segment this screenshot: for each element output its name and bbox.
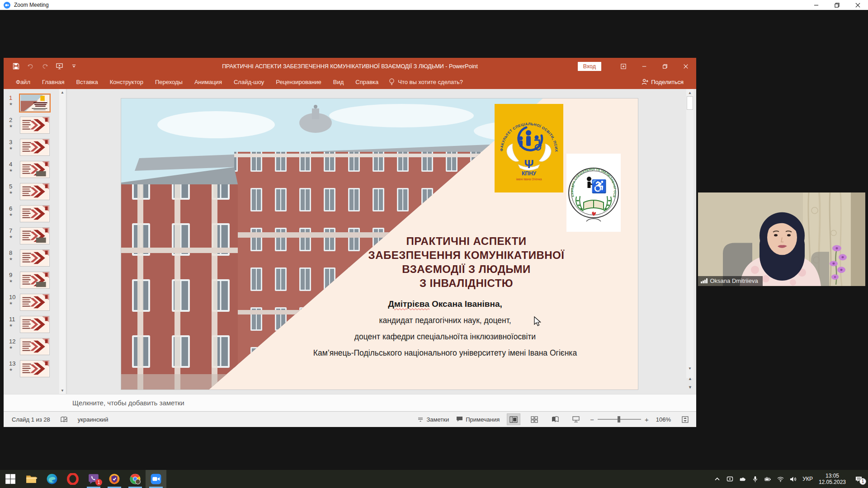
comments-toggle[interactable]: Примечания xyxy=(456,416,500,423)
share-button[interactable]: Поделиться xyxy=(642,79,684,85)
start-button[interactable] xyxy=(0,470,21,488)
microphone-icon[interactable] xyxy=(752,476,759,483)
scroll-down-icon[interactable]: ▼ xyxy=(686,365,693,372)
slide-thumbnail-3[interactable]: 3★ xyxy=(6,139,60,156)
thumbnail-image[interactable] xyxy=(20,249,50,267)
zoom-close-button[interactable] xyxy=(847,0,868,10)
language-indicator[interactable]: украинский xyxy=(78,416,108,423)
viber-icon[interactable]: 1 xyxy=(83,470,104,488)
slide-thumbnail-13[interactable]: 13★ xyxy=(6,360,60,377)
tell-me-box[interactable]: Что вы хотите сделать? xyxy=(389,78,463,86)
ribbon-tab-7[interactable]: Рецензирование xyxy=(270,76,327,88)
customize-qat-icon[interactable] xyxy=(70,62,78,70)
notes-placeholder[interactable]: Щелкните, чтобы добавить заметки xyxy=(72,399,184,407)
thumbnail-image[interactable] xyxy=(20,139,50,156)
normal-view-button[interactable] xyxy=(507,413,520,425)
zoom-minimize-button[interactable] xyxy=(806,0,826,10)
edge-browser-icon[interactable] xyxy=(42,470,62,488)
redo-icon[interactable] xyxy=(41,62,49,70)
slide-thumbnail-10[interactable]: 10★ xyxy=(6,294,60,311)
speaker-icon[interactable] xyxy=(790,476,797,483)
ribbon-tab-1[interactable]: Главная xyxy=(36,76,70,88)
thumbnail-image[interactable] xyxy=(20,117,50,134)
ribbon-tab-3[interactable]: Конструктор xyxy=(104,76,149,88)
slide-title[interactable]: ПРАКТИЧНІ АСПЕКТИ ЗАБЕЗПЕЧЕННЯ КОМУНІКАТ… xyxy=(302,234,631,290)
fit-slide-to-window-button[interactable] xyxy=(678,413,692,425)
thumbnail-image[interactable] xyxy=(20,227,50,244)
thumbnail-image[interactable] xyxy=(20,183,50,200)
ribbon-tab-file[interactable]: Файл xyxy=(10,76,36,88)
scroll-up-icon[interactable]: ▲ xyxy=(686,89,693,96)
thumbnail-image[interactable] xyxy=(20,338,50,355)
slide-thumbnail-12[interactable]: 12★ xyxy=(6,338,60,355)
tray-screenshare-icon[interactable] xyxy=(726,476,733,483)
start-slideshow-icon[interactable] xyxy=(55,62,63,70)
slide-sorter-view-button[interactable] xyxy=(528,413,541,425)
undo-icon[interactable] xyxy=(26,62,34,70)
slide-vertical-scrollbar[interactable]: ▲ ▼ ▲ ▼ xyxy=(686,89,693,394)
thumb-scroll-up-icon[interactable]: ▲ xyxy=(59,89,66,96)
notes-toggle[interactable]: Заметки xyxy=(417,416,449,423)
slideshow-view-button[interactable] xyxy=(569,413,583,425)
zoom-in-icon[interactable]: + xyxy=(645,416,649,423)
clock[interactable]: 13:05 12.05.2023 xyxy=(819,473,846,485)
slide-number: 3 xyxy=(9,139,12,145)
thumbnail-image[interactable] xyxy=(20,360,50,377)
participant-video[interactable]: Oksana Dmitriieva xyxy=(698,192,865,286)
previous-slide-button[interactable]: ▲ xyxy=(686,375,693,382)
wheelchair-icon: ♿ xyxy=(591,179,607,194)
chrome-browser-icon[interactable] xyxy=(125,470,146,488)
zoom-percentage[interactable]: 106% xyxy=(656,416,671,423)
file-explorer-icon[interactable] xyxy=(21,470,42,488)
slide-thumbnail-5[interactable]: 5★ xyxy=(6,183,60,200)
onedrive-icon[interactable] xyxy=(739,476,746,483)
slide-thumbnail-1[interactable]: 1★ xyxy=(6,94,60,112)
ribbon-tab-5[interactable]: Анимация xyxy=(189,76,228,88)
ribbon-tab-8[interactable]: Вид xyxy=(327,76,350,88)
slide-thumbnail-6[interactable]: 6★ xyxy=(6,205,60,222)
scrollbar-thumb[interactable] xyxy=(687,96,693,110)
thumbnail-image[interactable] xyxy=(20,94,50,112)
spellcheck-icon[interactable] xyxy=(60,416,68,423)
ribbon-tab-6[interactable]: Слайд-шоу xyxy=(228,76,270,88)
notes-pane[interactable]: Щелкните, чтобы добавить заметки xyxy=(4,394,696,411)
zoom-app-taskbar-icon[interactable] xyxy=(146,470,166,488)
next-slide-button[interactable]: ▼ xyxy=(686,384,693,391)
battery-icon[interactable] xyxy=(764,476,771,483)
language-switcher[interactable]: УКР xyxy=(802,476,813,482)
slide-thumbnail-4[interactable]: 4★ xyxy=(6,161,60,178)
zoom-slider-thumb[interactable] xyxy=(618,416,620,422)
thumbnail-image[interactable] xyxy=(20,272,50,289)
save-icon[interactable] xyxy=(12,62,20,70)
thumbnail-image[interactable] xyxy=(20,294,50,311)
zoom-out-icon[interactable]: − xyxy=(590,416,594,423)
tray-chevron-icon[interactable] xyxy=(714,476,721,483)
zoom-slider[interactable]: − + xyxy=(590,416,649,423)
opera-browser-icon[interactable] xyxy=(62,470,83,488)
slide-thumbnail-2[interactable]: 2★ xyxy=(6,117,60,134)
slide-thumbnail-9[interactable]: 9★ xyxy=(6,272,60,289)
reading-view-button[interactable] xyxy=(548,413,562,425)
ribbon-display-options-icon[interactable] xyxy=(613,58,634,75)
slide-thumbnail-8[interactable]: 8★ xyxy=(6,249,60,267)
zoom-restore-button[interactable] xyxy=(826,0,847,10)
ribbon-tab-2[interactable]: Вставка xyxy=(70,76,104,88)
slide-thumbnail-7[interactable]: 7★ xyxy=(6,227,60,244)
thumbnail-image[interactable] xyxy=(20,205,50,222)
thumbnail-scrollbar[interactable]: ▲ ▼ xyxy=(59,89,66,394)
thumbnail-image[interactable] xyxy=(20,316,50,333)
ppt-minimize-button[interactable] xyxy=(634,58,655,75)
ribbon-tab-4[interactable]: Переходы xyxy=(149,76,189,88)
slide-thumbnail-11[interactable]: 11★ xyxy=(6,316,60,333)
ppt-close-button[interactable] xyxy=(675,58,696,75)
signin-button[interactable]: Вход xyxy=(578,62,601,71)
ppt-restore-button[interactable] xyxy=(655,58,675,75)
slide-canvas[interactable]: ФАКУЛЬТЕТ СПЕЦІАЛЬНОЇ ОСВІТИ, ПСИХОЛОГІЇ… xyxy=(121,99,638,389)
action-center-icon[interactable]: 1 xyxy=(852,472,865,486)
ribbon-tab-9[interactable]: Справка xyxy=(349,76,384,88)
thumb-scroll-down-icon[interactable]: ▼ xyxy=(59,387,66,394)
wifi-icon[interactable] xyxy=(777,476,784,483)
slide-subtitle[interactable]: Дмітрієва Оксана Іванівна, кандидат педа… xyxy=(257,299,633,365)
secure-browser-icon[interactable] xyxy=(104,470,125,488)
thumbnail-image[interactable] xyxy=(20,161,50,178)
